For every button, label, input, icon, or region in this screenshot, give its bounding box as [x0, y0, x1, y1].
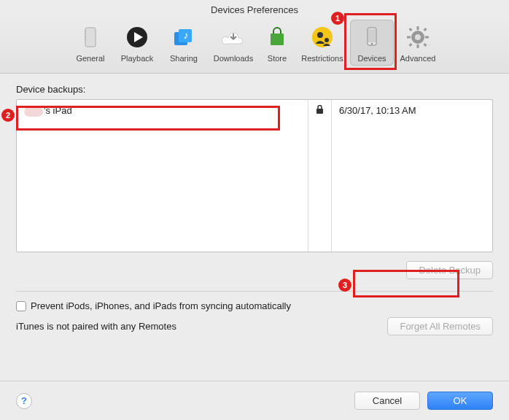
svg-rect-0	[85, 28, 96, 47]
general-icon	[76, 23, 105, 52]
store-icon	[263, 23, 292, 52]
remotes-status-text: iTunes is not paired with any Remotes	[16, 321, 176, 332]
divider	[16, 291, 493, 292]
tab-general[interactable]: General	[67, 20, 114, 66]
svg-point-10	[317, 32, 323, 38]
redacted-name	[24, 106, 43, 117]
tab-restrictions[interactable]: Restrictions	[295, 20, 350, 66]
tab-advanced[interactable]: Advanced	[394, 20, 442, 66]
tab-label: Store	[268, 54, 287, 63]
backups-heading: Device backups:	[16, 84, 493, 95]
restrictions-icon	[308, 23, 337, 52]
prevent-sync-row[interactable]: Prevent iPods, iPhones, and iPads from s…	[16, 300, 493, 311]
date-cell: 6/30/17, 10:13 AM	[332, 100, 492, 121]
help-button[interactable]: ?	[16, 393, 32, 409]
svg-point-9	[312, 27, 333, 47]
svg-rect-19	[407, 36, 411, 39]
tab-downloads[interactable]: Downloads	[207, 20, 260, 66]
svg-rect-21	[409, 28, 413, 31]
svg-rect-17	[417, 26, 419, 30]
lock-icon	[316, 106, 324, 117]
prevent-sync-label: Prevent iPods, iPhones, and iPads from s…	[31, 300, 291, 311]
ok-button[interactable]: OK	[427, 392, 493, 410]
preferences-toolbar: General Playback ♪ Sharing Downloads Sto…	[0, 15, 509, 74]
content-area: Device backups: 's iPad 6/30/17, 10:13 A…	[0, 74, 509, 335]
downloads-icon	[219, 23, 248, 52]
tab-playback[interactable]: Playback	[114, 20, 160, 66]
device-name-suffix: 's iPad	[44, 105, 72, 116]
svg-point-11	[325, 38, 329, 42]
svg-rect-25	[316, 109, 323, 114]
svg-rect-18	[417, 44, 419, 48]
tab-label: Sharing	[170, 54, 198, 63]
col-lock	[308, 100, 332, 252]
window-title: Devices Preferences	[0, 0, 509, 15]
svg-rect-13	[368, 29, 376, 42]
svg-rect-2	[85, 36, 86, 40]
forget-remotes-button[interactable]: Forget All Remotes	[387, 317, 493, 335]
table-row[interactable]: 's iPad	[17, 100, 308, 122]
footer: ? Cancel OK	[0, 381, 509, 420]
prevent-sync-checkbox[interactable]	[16, 301, 26, 311]
backup-table: 's iPad 6/30/17, 10:13 AM	[16, 99, 493, 252]
play-icon	[123, 23, 152, 52]
svg-text:♪: ♪	[184, 29, 189, 41]
svg-rect-22	[424, 43, 427, 47]
col-device-name: 's iPad	[17, 100, 308, 252]
sharing-icon: ♪	[169, 23, 198, 52]
svg-rect-23	[424, 28, 427, 31]
tab-label: Downloads	[214, 54, 253, 63]
tab-label: Restrictions	[301, 54, 343, 63]
gear-icon	[403, 23, 432, 52]
svg-rect-1	[85, 30, 86, 34]
delete-backup-button[interactable]: Delete Backup	[406, 261, 493, 279]
svg-point-14	[371, 43, 373, 44]
tab-label: Advanced	[400, 54, 436, 63]
lock-cell	[308, 100, 331, 122]
tab-devices[interactable]: Devices	[350, 20, 394, 66]
remotes-row: iTunes is not paired with any Remotes Fo…	[16, 317, 493, 335]
tab-label: Playback	[121, 54, 154, 63]
cancel-button[interactable]: Cancel	[354, 392, 420, 410]
tab-store[interactable]: Store	[260, 20, 295, 66]
svg-rect-20	[425, 36, 429, 39]
tab-sharing[interactable]: ♪ Sharing	[160, 20, 207, 66]
tab-label: Devices	[357, 54, 386, 63]
col-date: 6/30/17, 10:13 AM	[332, 100, 492, 252]
svg-point-16	[415, 34, 421, 40]
devices-icon	[357, 23, 386, 52]
svg-rect-24	[409, 43, 413, 47]
svg-rect-8	[271, 34, 284, 45]
tab-label: General	[76, 54, 104, 63]
